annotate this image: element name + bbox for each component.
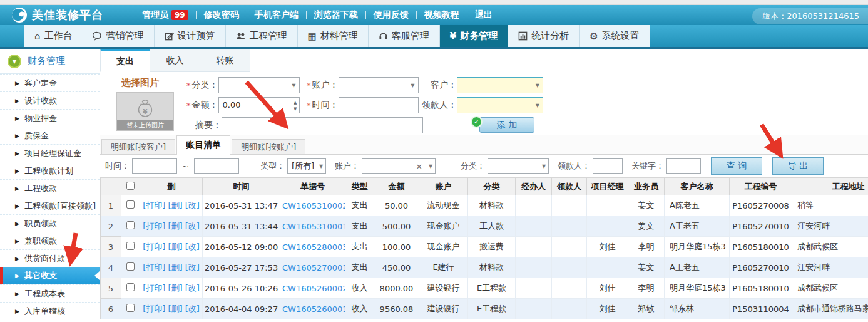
menu-browser-download[interactable]: 浏览器下载	[307, 9, 365, 21]
doc-no-link[interactable]: CW1605260002	[282, 284, 345, 293]
account-select[interactable]: ▼	[339, 77, 419, 93]
delete-link[interactable]: [删]	[168, 283, 182, 293]
delete-link[interactable]: [删]	[168, 242, 182, 251]
sidebar-item[interactable]: ▶ 供货商付款	[0, 249, 100, 267]
nav-settings[interactable]: ⚙ 系统设置	[580, 25, 650, 47]
edit-link[interactable]: [改]	[185, 242, 200, 251]
print-link[interactable]: [打印]	[143, 221, 165, 231]
amount-input[interactable]: 0.00	[218, 97, 300, 113]
add-button[interactable]: 添 加	[479, 117, 534, 133]
print-link[interactable]: [打印]	[143, 283, 165, 293]
type-select[interactable]: [所有] ▼	[287, 158, 326, 174]
edit-link[interactable]: [改]	[185, 283, 200, 293]
select-all-checkbox[interactable]	[126, 182, 135, 190]
time-from-input[interactable]	[132, 158, 177, 174]
sidebar-item[interactable]: ▶ 物业押金	[0, 109, 100, 127]
customer-select[interactable]: ▼	[457, 77, 543, 93]
sidebar-item[interactable]: ▶ 工程成本表	[0, 284, 100, 302]
keyword-input[interactable]	[666, 158, 701, 174]
amount-stepper[interactable]: ▲ ▼	[294, 100, 297, 112]
sidebar-item[interactable]: ▶ 兼职领款	[0, 232, 100, 249]
sidebar-item[interactable]: ▶ 工程收款计划	[0, 162, 100, 179]
nav-project-mgmt[interactable]: 工程管理	[226, 25, 298, 47]
payee-select[interactable]: ▼	[457, 97, 543, 113]
tab-detail-by-customer[interactable]: 明细账[按客户]	[101, 139, 175, 154]
summary-input[interactable]	[222, 117, 423, 133]
category-combo[interactable]: ▼	[488, 158, 549, 174]
nav-marketing[interactable]: 营销管理	[83, 25, 155, 47]
clear-icon[interactable]: ×	[416, 162, 422, 171]
doc-no-link[interactable]: CW1605270001	[282, 263, 345, 273]
delete-link[interactable]: [删]	[168, 221, 182, 231]
row-checkbox[interactable]	[126, 221, 135, 229]
logo-swirl-icon	[11, 7, 28, 23]
edit-link[interactable]: [改]	[185, 200, 200, 210]
print-link[interactable]: [打印]	[143, 242, 165, 251]
row-checkbox[interactable]	[126, 200, 135, 209]
pick-image-button[interactable]: 选择图片	[121, 77, 159, 89]
collapse-circle-icon[interactable]: ▼	[8, 55, 21, 68]
sidebar-item[interactable]: ▶ 职员领款	[0, 214, 100, 232]
payee-filter-input[interactable]	[593, 158, 623, 174]
cell-account: 现金账户	[419, 216, 468, 237]
delete-link[interactable]: [删]	[168, 262, 182, 272]
sidebar-item-label: 工程领款[直接领款]	[24, 200, 96, 212]
menu-change-password[interactable]: 修改密码	[197, 9, 247, 21]
cell-payee	[552, 278, 587, 299]
sidebar-item[interactable]: ▶ 客户定金	[0, 74, 100, 91]
tab-income[interactable]: 收入	[150, 49, 200, 72]
nav-finance[interactable]: ¥ 财务管理	[440, 25, 508, 47]
edit-link[interactable]: [改]	[185, 304, 200, 313]
cell-account: E建行	[419, 257, 468, 278]
time-to-input[interactable]	[194, 158, 239, 174]
nav-statistics[interactable]: 统计分析	[508, 25, 580, 47]
doc-no-link[interactable]: CW1605280003	[282, 242, 345, 252]
print-link[interactable]: [打印]	[143, 262, 165, 272]
row-checkbox[interactable]	[126, 304, 135, 312]
sidebar-item[interactable]: ▶ 设计收款	[0, 91, 100, 109]
sidebar-section-header[interactable]: ▼ 财务管理	[0, 49, 100, 74]
account-combo[interactable]: × ▼	[362, 158, 436, 174]
export-button[interactable]: 导 出	[772, 157, 824, 175]
print-link[interactable]: [打印]	[143, 304, 165, 313]
sidebar-item[interactable]: ▶ 工程领款[直接领款]	[0, 197, 100, 214]
sidebar-item[interactable]: ▶ 工程收款	[0, 179, 100, 197]
print-link[interactable]: [打印]	[143, 200, 165, 210]
category-select[interactable]: ▼	[218, 77, 300, 93]
query-button[interactable]: 查 询	[711, 157, 762, 175]
notification-badge[interactable]: 99	[171, 10, 188, 20]
tab-detail-by-account[interactable]: 明细账[按账户]	[232, 139, 305, 154]
menu-video-tutorial[interactable]: 视频教程	[417, 9, 467, 21]
nav-customer-service[interactable]: 客服管理	[369, 25, 440, 47]
sidebar-item[interactable]: ▶ 入库单稽核	[0, 302, 100, 319]
tab-account-list[interactable]: 账目清单	[176, 135, 230, 155]
delete-link[interactable]: [删]	[168, 304, 182, 313]
tab-transfer[interactable]: 转账	[200, 49, 250, 72]
sidebar-item[interactable]: ▶ 其它收支	[0, 267, 100, 284]
menu-feedback[interactable]: 使用反馈	[366, 9, 416, 21]
delete-link[interactable]: [删]	[168, 200, 182, 210]
nav-design-budget[interactable]: 设计预算	[155, 25, 226, 47]
time-input[interactable]	[339, 97, 419, 113]
sidebar-item[interactable]: ▶ 质保金	[0, 127, 100, 144]
sidebar-item[interactable]: ▶ 项目经理保证金	[0, 144, 100, 162]
nav-workbench[interactable]: ⌂ 工作台	[24, 25, 83, 47]
tab-expense[interactable]: 支出	[100, 49, 150, 72]
nav-materials[interactable]: ▦ 材料管理	[298, 25, 369, 47]
menu-logout[interactable]: 退出	[467, 9, 500, 21]
edit-link[interactable]: [改]	[185, 262, 200, 272]
row-checkbox[interactable]	[126, 262, 135, 271]
doc-no-link[interactable]: CW1605260001	[282, 304, 345, 314]
table-row: 6 [打印] [删] [改] 2016-04-04 09:27 CW160526…	[101, 299, 868, 319]
image-upload-placeholder[interactable]: ¥ 暂未上传图片	[116, 92, 174, 131]
row-checkbox[interactable]	[126, 242, 135, 250]
menu-admin[interactable]: 管理员 99	[135, 9, 196, 21]
summary-label: 摘要：	[195, 120, 222, 131]
edit-link[interactable]: [改]	[185, 221, 200, 231]
sidebar-section-title: 财务管理	[28, 55, 65, 67]
doc-no-link[interactable]: CW1605310001	[282, 222, 345, 231]
row-checkbox[interactable]	[126, 283, 135, 291]
menu-mobile-client[interactable]: 手机客户端	[247, 9, 306, 21]
doc-no-link[interactable]: CW1605310002	[282, 201, 345, 210]
top-bar: 美佳装修平台 管理员 99 修改密码 手机客户端 浏览器下载 使用反馈 视频教程…	[0, 5, 868, 25]
